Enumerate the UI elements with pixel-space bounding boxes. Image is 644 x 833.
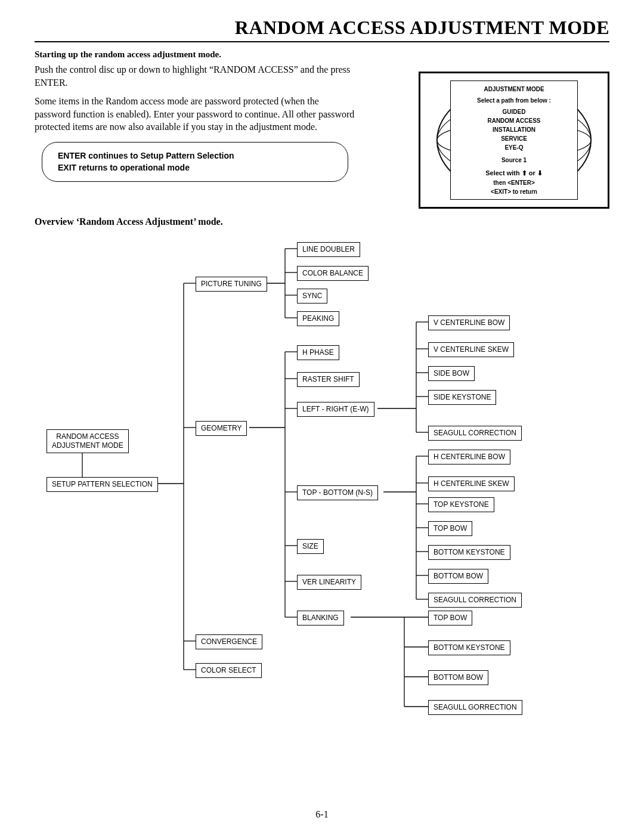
osd-prompt: Select a path from below :: [453, 96, 575, 105]
node-v-centerline-skew: V CENTERLINE SKEW: [428, 342, 514, 357]
node-bottom-bow-2: BOTTOM BOW: [428, 670, 488, 685]
callout-line-1: ENTER continues to Setup Pattern Selecti…: [58, 150, 332, 162]
osd-inner: ADJUSTMENT MODE Select a path from below…: [450, 80, 578, 200]
overview-diagram: RANDOM ACCESS ADJUSTMENT MODE SETUP PATT…: [35, 236, 609, 730]
node-h-centerline-bow: H CENTERLINE BOW: [428, 450, 510, 465]
callout-line-2: EXIT returns to operational mode: [58, 162, 332, 174]
node-v-centerline-bow: V CENTERLINE BOW: [428, 315, 510, 330]
node-top-bottom: TOP - BOTTOM (N-S): [297, 485, 378, 500]
node-color-select: COLOR SELECT: [196, 663, 262, 678]
node-seagull-1: SEAGULL CORRECTION: [428, 426, 522, 441]
osd-panel: ADJUSTMENT MODE Select a path from below…: [419, 72, 609, 209]
node-blanking: BLANKING: [297, 611, 344, 625]
node-bottom-keystone: BOTTOM KEYSTONE: [428, 545, 510, 560]
osd-hint-1: Select with ⬆ or ⬇: [453, 168, 575, 178]
paragraph-2: Some items in the Random access mode are…: [35, 95, 357, 134]
node-side-keystone: SIDE KEYSTONE: [428, 390, 496, 405]
node-seagull-2: SEAGULL CORRECTION: [428, 593, 522, 608]
node-peaking: PEAKING: [297, 311, 339, 326]
node-setup-pattern: SETUP PATTERN SELECTION: [47, 477, 158, 492]
node-raster-shift: RASTER SHIFT: [297, 372, 360, 387]
node-ver-lin: VER LINEARITY: [297, 575, 361, 590]
node-top-bow-2: TOP BOW: [428, 611, 472, 625]
section-heading-startup: Starting up the random access adjustment…: [35, 49, 609, 60]
node-side-bow: SIDE BOW: [428, 366, 475, 381]
paragraph-1: Push the control disc up or down to high…: [35, 63, 357, 89]
node-top-keystone: TOP KEYSTONE: [428, 497, 494, 512]
osd-hint-3: <EXIT> to return: [453, 187, 575, 196]
page-number: 6-1: [0, 809, 644, 820]
osd-item-eyeq: EYE-Q: [453, 143, 575, 152]
node-picture-tuning: PICTURE TUNING: [196, 277, 267, 292]
osd-title: ADJUSTMENT MODE: [453, 85, 575, 94]
node-line-doubler: LINE DOUBLER: [297, 242, 360, 257]
manual-page: RANDOM ACCESS ADJUSTMENT MODE Starting u…: [0, 0, 644, 833]
node-size: SIZE: [297, 539, 324, 554]
node-bottom-bow: BOTTOM BOW: [428, 569, 488, 584]
node-h-centerline-skew: H CENTERLINE SKEW: [428, 476, 515, 491]
osd-source: Source 1: [453, 156, 575, 165]
callout-box: ENTER continues to Setup Pattern Selecti…: [42, 142, 348, 182]
osd-hint-2: then <ENTER>: [453, 178, 575, 187]
osd-item-service: SERVICE: [453, 134, 575, 143]
node-left-right: LEFT - RIGHT (E-W): [297, 402, 374, 417]
page-title: RANDOM ACCESS ADJUSTMENT MODE: [35, 17, 609, 42]
node-seagull-3: SEAGULL GORRECTION: [428, 700, 522, 715]
node-geometry: GEOMETRY: [196, 421, 247, 436]
node-color-balance: COLOR BALANCE: [297, 266, 369, 281]
node-bottom-keystone-2: BOTTOM KEYSTONE: [428, 640, 510, 655]
node-convergence: CONVERGENCE: [196, 634, 262, 649]
node-h-phase: H PHASE: [297, 345, 339, 360]
osd-item-random-access: RANDOM ACCESS: [453, 116, 575, 125]
osd-item-installation: INSTALLATION: [453, 125, 575, 134]
osd-item-guided: GUIDED: [453, 107, 575, 116]
node-root: RANDOM ACCESS ADJUSTMENT MODE: [47, 429, 129, 453]
node-top-bow: TOP BOW: [428, 521, 472, 536]
section-heading-overview: Overview ‘Random Access Adjustment’ mode…: [35, 216, 609, 227]
node-sync: SYNC: [297, 289, 327, 304]
